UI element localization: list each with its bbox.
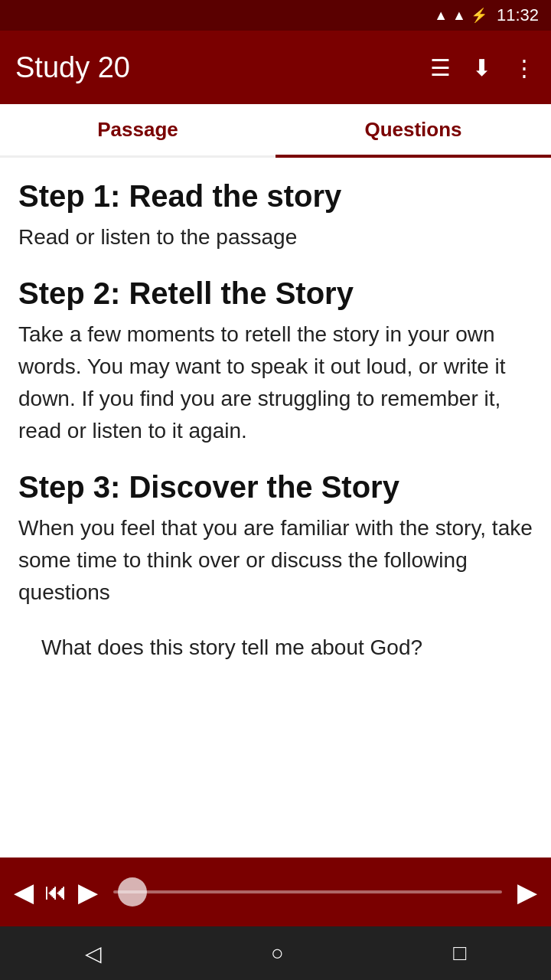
list-icon[interactable]: ☰ <box>430 54 451 81</box>
tab-bar: Passage Questions <box>0 104 551 158</box>
media-skip-back-button[interactable]: ⏮ <box>44 879 67 905</box>
media-player: ◀ ⏮ ▶ ▶ <box>0 858 551 926</box>
wifi-icon: ▲ <box>434 8 448 24</box>
tab-passage[interactable]: Passage <box>0 104 276 155</box>
download-icon[interactable]: ⬇ <box>472 54 491 81</box>
step-1-section: Step 1: Read the story Read or listen to… <box>18 179 533 253</box>
system-nav-bar: ◁ ○ □ <box>0 926 551 980</box>
step-3-question: What does this story tell me about God? <box>41 632 533 664</box>
media-thumb[interactable] <box>118 877 147 906</box>
signal-icon: ▲ <box>452 8 466 24</box>
page-title: Study 20 <box>15 51 430 84</box>
media-next-button[interactable]: ▶ <box>517 877 537 907</box>
media-progress-bar[interactable] <box>113 890 502 893</box>
step-3-section: Step 3: Discover the Story When you feel… <box>18 470 533 664</box>
battery-icon: ⚡ <box>471 7 487 24</box>
step-2-title: Step 2: Retell the Story <box>18 276 533 311</box>
main-content: Step 1: Read the story Read or listen to… <box>0 158 551 702</box>
step-2-section: Step 2: Retell the Story Take a few mome… <box>18 276 533 447</box>
tab-questions[interactable]: Questions <box>276 104 551 155</box>
status-icons: ▲ ▲ ⚡ 11:32 <box>434 5 539 25</box>
home-button[interactable]: ○ <box>271 941 284 965</box>
status-time: 11:32 <box>497 5 539 25</box>
step-3-body: When you feel that you are familiar with… <box>18 512 533 609</box>
step-2-body: Take a few moments to retell the story i… <box>18 318 533 447</box>
top-bar: Study 20 ☰ ⬇ ⋮ <box>0 31 551 104</box>
step-1-body: Read or listen to the passage <box>18 221 533 253</box>
media-prev-button[interactable]: ◀ <box>14 877 34 907</box>
more-icon[interactable]: ⋮ <box>513 54 536 81</box>
recents-button[interactable]: □ <box>453 941 466 965</box>
status-bar: ▲ ▲ ⚡ 11:32 <box>0 0 551 31</box>
top-bar-actions: ☰ ⬇ ⋮ <box>430 54 536 81</box>
media-play-button[interactable]: ▶ <box>78 877 98 907</box>
step-1-title: Step 1: Read the story <box>18 179 533 214</box>
step-3-title: Step 3: Discover the Story <box>18 470 533 505</box>
back-button[interactable]: ◁ <box>85 941 102 966</box>
